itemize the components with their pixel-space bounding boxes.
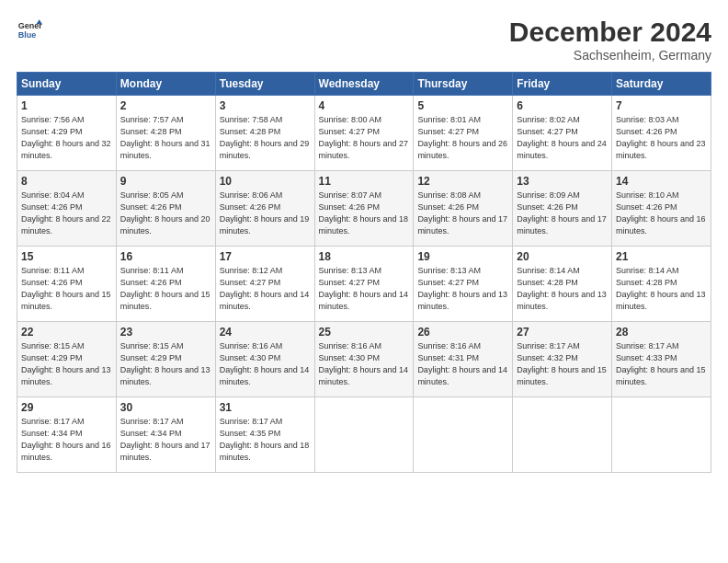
table-row: 21Sunrise: 8:14 AMSunset: 4:28 PMDayligh… — [612, 247, 711, 322]
table-row: 5Sunrise: 8:01 AMSunset: 4:27 PMDaylight… — [414, 96, 513, 171]
location-title: Sachsenheim, Germany — [509, 48, 711, 63]
logo: General Blue — [17, 17, 42, 42]
table-row: 13Sunrise: 8:09 AMSunset: 4:26 PMDayligh… — [513, 171, 612, 247]
col-friday: Friday — [513, 73, 612, 96]
table-row: 20Sunrise: 8:14 AMSunset: 4:28 PMDayligh… — [513, 247, 612, 322]
title-block: December 2024 Sachsenheim, Germany — [509, 17, 711, 63]
table-row: 28Sunrise: 8:17 AMSunset: 4:33 PMDayligh… — [612, 322, 711, 397]
table-row — [414, 397, 513, 473]
table-row: 10Sunrise: 8:06 AMSunset: 4:26 PMDayligh… — [215, 171, 314, 247]
table-row: 1Sunrise: 7:56 AMSunset: 4:29 PMDaylight… — [17, 96, 117, 171]
table-row: 18Sunrise: 8:13 AMSunset: 4:27 PMDayligh… — [314, 247, 414, 322]
logo-icon: General Blue — [17, 17, 42, 42]
table-row: 15Sunrise: 8:11 AMSunset: 4:26 PMDayligh… — [17, 247, 117, 322]
table-row: 8Sunrise: 8:04 AMSunset: 4:26 PMDaylight… — [17, 171, 117, 247]
table-row — [513, 397, 612, 473]
col-wednesday: Wednesday — [314, 73, 414, 96]
col-saturday: Saturday — [612, 73, 711, 96]
table-row: 12Sunrise: 8:08 AMSunset: 4:26 PMDayligh… — [414, 171, 513, 247]
table-row: 31Sunrise: 8:17 AMSunset: 4:35 PMDayligh… — [215, 397, 314, 473]
table-row: 22Sunrise: 8:15 AMSunset: 4:29 PMDayligh… — [17, 322, 117, 397]
col-sunday: Sunday — [17, 73, 117, 96]
col-tuesday: Tuesday — [215, 73, 314, 96]
table-row — [612, 397, 711, 473]
table-row: 3Sunrise: 7:58 AMSunset: 4:28 PMDaylight… — [215, 96, 314, 171]
header: General Blue December 2024 Sachsenheim, … — [17, 17, 711, 63]
table-row: 30Sunrise: 8:17 AMSunset: 4:34 PMDayligh… — [116, 397, 215, 473]
table-row: 16Sunrise: 8:11 AMSunset: 4:26 PMDayligh… — [116, 247, 215, 322]
svg-text:Blue: Blue — [18, 30, 37, 40]
table-row: 4Sunrise: 8:00 AMSunset: 4:27 PMDaylight… — [314, 96, 414, 171]
table-row: 9Sunrise: 8:05 AMSunset: 4:26 PMDaylight… — [116, 171, 215, 247]
page: General Blue December 2024 Sachsenheim, … — [0, 0, 728, 563]
table-row: 14Sunrise: 8:10 AMSunset: 4:26 PMDayligh… — [612, 171, 711, 247]
table-row: 25Sunrise: 8:16 AMSunset: 4:30 PMDayligh… — [314, 322, 414, 397]
table-row: 23Sunrise: 8:15 AMSunset: 4:29 PMDayligh… — [116, 322, 215, 397]
table-row: 26Sunrise: 8:16 AMSunset: 4:31 PMDayligh… — [414, 322, 513, 397]
table-row: 27Sunrise: 8:17 AMSunset: 4:32 PMDayligh… — [513, 322, 612, 397]
table-row: 17Sunrise: 8:12 AMSunset: 4:27 PMDayligh… — [215, 247, 314, 322]
calendar-table: Sunday Monday Tuesday Wednesday Thursday… — [17, 72, 711, 473]
calendar-header-row: Sunday Monday Tuesday Wednesday Thursday… — [17, 73, 711, 96]
table-row: 2Sunrise: 7:57 AMSunset: 4:28 PMDaylight… — [116, 96, 215, 171]
table-row: 29Sunrise: 8:17 AMSunset: 4:34 PMDayligh… — [17, 397, 117, 473]
table-row: 11Sunrise: 8:07 AMSunset: 4:26 PMDayligh… — [314, 171, 414, 247]
table-row: 24Sunrise: 8:16 AMSunset: 4:30 PMDayligh… — [215, 322, 314, 397]
col-thursday: Thursday — [414, 73, 513, 96]
col-monday: Monday — [116, 73, 215, 96]
table-row: 6Sunrise: 8:02 AMSunset: 4:27 PMDaylight… — [513, 96, 612, 171]
table-row — [314, 397, 414, 473]
month-title: December 2024 — [509, 17, 711, 48]
table-row: 19Sunrise: 8:13 AMSunset: 4:27 PMDayligh… — [414, 247, 513, 322]
table-row: 7Sunrise: 8:03 AMSunset: 4:26 PMDaylight… — [612, 96, 711, 171]
